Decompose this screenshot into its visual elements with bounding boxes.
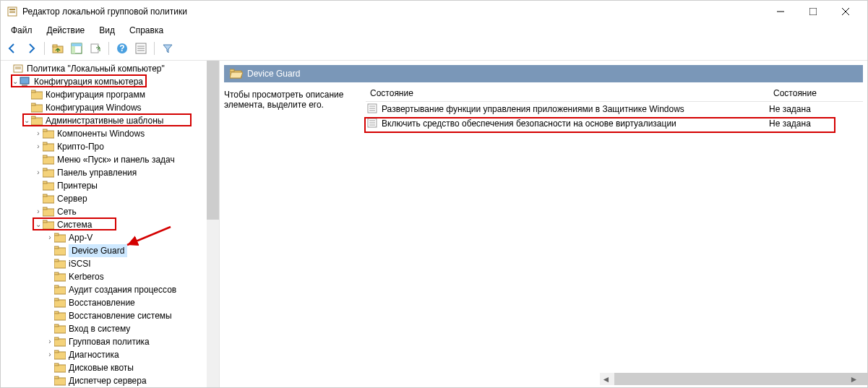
svg-rect-1 (9, 9, 15, 10)
svg-rect-9 (53, 45, 57, 47)
chevron-right-icon[interactable]: › (46, 231, 54, 244)
tree-item: Восстановление системы (69, 309, 172, 322)
svg-rect-50 (54, 246, 59, 249)
svg-rect-64 (54, 337, 59, 340)
folder-icon (43, 168, 54, 178)
chevron-down-icon[interactable]: ⌄ (11, 75, 20, 88)
window-title: Редактор локальной групповой политики (22, 7, 764, 17)
tree-item: Вход в систему (69, 322, 130, 335)
settings-row[interactable]: Развертывание функции управления приложе… (366, 102, 863, 116)
tree-item: Диспетчер сервера (69, 374, 147, 387)
folder-icon (54, 246, 66, 256)
menu-view[interactable]: Вид (93, 24, 121, 37)
filter-button[interactable] (160, 41, 175, 56)
chevron-right-icon[interactable]: › (46, 335, 54, 348)
tree-system: Система (57, 218, 92, 231)
export-list-button[interactable] (88, 41, 103, 56)
maximize-button[interactable] (796, 1, 829, 22)
tree-item: Конфигурация программ (46, 88, 145, 101)
svg-rect-68 (54, 363, 59, 366)
svg-rect-13 (91, 44, 98, 53)
scroll-right-icon[interactable]: ► (848, 373, 860, 385)
minimize-button[interactable] (764, 1, 796, 22)
tree-device-guard: Device Guard (69, 244, 127, 257)
setting-icon (367, 103, 379, 116)
chevron-right-icon[interactable]: › (34, 140, 43, 153)
menu-help[interactable]: Справка (124, 24, 169, 37)
setting-state: Не задана (769, 104, 863, 114)
svg-rect-60 (54, 311, 59, 314)
svg-rect-54 (54, 272, 59, 275)
folder-icon (54, 324, 66, 334)
policy-tree[interactable]: Политика "Локальный компьютер" ⌄Конфигур… (1, 61, 219, 388)
svg-rect-52 (54, 259, 59, 262)
menu-action[interactable]: Действие (41, 24, 91, 37)
svg-rect-5 (809, 8, 817, 15)
vertical-scrollbar[interactable] (207, 61, 219, 388)
setting-name: Включить средство обеспечения безопаснос… (382, 118, 769, 129)
app-icon (7, 6, 18, 17)
chevron-right-icon[interactable]: › (34, 166, 43, 179)
scroll-left-icon[interactable]: ◄ (600, 373, 612, 385)
chevron-down-icon[interactable]: ⌄ (34, 218, 43, 231)
show-hide-tree-button[interactable] (69, 41, 84, 56)
folder-icon (54, 337, 66, 347)
back-button[interactable] (5, 41, 20, 56)
column-header-name[interactable]: Состояние (366, 85, 769, 101)
tree-item: App-V (69, 231, 93, 244)
folder-icon (31, 103, 43, 113)
svg-rect-23 (20, 77, 29, 84)
folder-icon (54, 285, 66, 295)
tree-item: Крипто-Про (57, 140, 104, 153)
close-button[interactable] (829, 1, 861, 22)
svg-rect-11 (72, 43, 82, 46)
svg-rect-75 (230, 69, 234, 72)
tree-item: iSCSI (69, 257, 91, 270)
svg-rect-32 (43, 129, 47, 132)
tree-item: Диагностика (69, 348, 119, 361)
tree-item: Дисковые квоты (69, 361, 134, 374)
folder-icon (54, 363, 66, 373)
horizontal-scrollbar[interactable]: ◄ ► (600, 373, 860, 385)
tree-computer-config: Конфигурация компьютера (34, 75, 143, 88)
details-heading: Device Guard (247, 69, 300, 79)
svg-text:?: ? (119, 43, 124, 53)
svg-rect-44 (43, 207, 47, 210)
tree-item: Восстановление (69, 296, 135, 309)
svg-rect-42 (43, 194, 47, 197)
properties-button[interactable] (134, 41, 148, 56)
chevron-right-icon[interactable]: › (34, 205, 43, 218)
settings-row[interactable]: Включить средство обеспечения безопаснос… (366, 116, 863, 131)
scrollbar-thumb[interactable] (207, 61, 219, 220)
toolbar-separator (44, 42, 45, 55)
toolbar-separator (108, 42, 109, 55)
policy-root-icon (12, 64, 24, 74)
computer-icon (20, 77, 31, 87)
svg-rect-30 (31, 116, 35, 118)
svg-rect-48 (54, 233, 59, 236)
up-button[interactable] (51, 41, 65, 56)
scrollbar-thumb[interactable] (614, 373, 868, 385)
svg-rect-26 (31, 90, 35, 92)
toolbar: ? (1, 40, 867, 61)
chevron-down-icon[interactable]: ⌄ (22, 114, 31, 127)
tree-item: Панель управления (57, 166, 137, 179)
folder-icon (43, 129, 54, 139)
tree-item: Меню «Пуск» и панель задач (57, 153, 175, 166)
menu-file[interactable]: Файл (5, 24, 38, 37)
folder-icon (54, 298, 66, 308)
tree-root-label: Политика "Локальный компьютер" (27, 62, 165, 75)
help-button[interactable]: ? (115, 41, 129, 56)
folder-icon (54, 259, 66, 269)
chevron-right-icon[interactable]: › (46, 348, 54, 361)
folder-icon (54, 311, 66, 321)
title-bar: Редактор локальной групповой политики (1, 1, 867, 22)
forward-button[interactable] (24, 41, 38, 56)
tree-item: Сервер (57, 192, 87, 205)
folder-icon (54, 350, 66, 360)
folder-icon (43, 142, 54, 152)
chevron-right-icon[interactable]: › (34, 127, 43, 140)
svg-rect-2 (9, 11, 15, 12)
svg-rect-66 (54, 350, 59, 353)
column-header-state[interactable]: Состояние (769, 85, 863, 101)
